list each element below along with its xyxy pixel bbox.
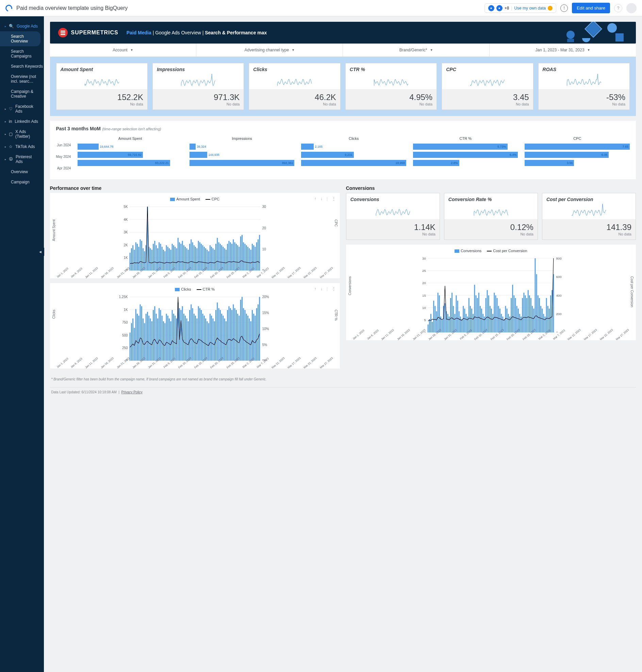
svg-rect-47 <box>171 244 172 271</box>
svg-text:200: 200 <box>556 312 561 316</box>
svg-rect-240 <box>437 293 438 333</box>
filter-channel[interactable]: Advertising channel type▼ <box>196 43 343 56</box>
svg-text:25: 25 <box>422 269 426 273</box>
svg-rect-198 <box>237 314 238 361</box>
more-icon[interactable]: ⋮ <box>332 286 336 291</box>
svg-rect-57 <box>186 248 187 271</box>
pin-icon: ⦿ <box>9 157 13 161</box>
svg-text:20: 20 <box>422 281 426 285</box>
svg-point-4 <box>607 23 617 33</box>
svg-rect-284 <box>499 309 500 333</box>
svg-rect-154 <box>173 314 174 361</box>
svg-rect-69 <box>204 247 204 271</box>
svg-rect-147 <box>163 321 164 361</box>
sidebar-item-pinterest-ads[interactable]: ▸⦿Pinterest Ads <box>0 152 44 167</box>
sort-desc-icon[interactable]: ↓ <box>321 286 322 291</box>
privacy-link[interactable]: Privacy Policy <box>121 390 143 394</box>
svg-rect-78 <box>217 238 218 271</box>
filter-date[interactable]: Jan 1, 2023 - Mar 31, 2023▼ <box>490 43 636 56</box>
collapse-sidebar-button[interactable]: ◄ <box>37 248 44 256</box>
svg-rect-139 <box>151 321 152 361</box>
sidebar-sub-campaign[interactable]: Campaign <box>0 177 44 187</box>
svg-text:5%: 5% <box>262 343 267 347</box>
svg-rect-294 <box>513 295 514 333</box>
sidebar-sub-search-campaigns[interactable]: Search Campaigns <box>0 46 44 61</box>
svg-rect-312 <box>539 298 540 333</box>
svg-rect-159 <box>180 310 181 361</box>
svg-rect-83 <box>224 248 225 271</box>
filter-account[interactable]: Account▼ <box>50 43 197 56</box>
svg-rect-148 <box>164 323 165 361</box>
svg-text:750: 750 <box>122 321 128 324</box>
svg-rect-140 <box>153 310 154 361</box>
sidebar-sub-campaign-creative[interactable]: Campaign & Creative <box>0 87 44 101</box>
sort-asc-icon[interactable]: ↑ <box>314 286 317 291</box>
svg-rect-33 <box>151 250 152 271</box>
svg-rect-34 <box>153 244 154 271</box>
sidebar-sub-search-keywords[interactable]: Search Keywords <box>0 61 44 72</box>
svg-rect-146 <box>161 316 162 361</box>
svg-rect-101 <box>250 250 251 271</box>
svg-rect-141 <box>154 306 155 361</box>
svg-rect-66 <box>199 242 200 271</box>
chart-clicks-ctr: ↑ ↓ | ⋮ ClicksCTR % Clicks CTR % 0250500… <box>50 283 340 369</box>
svg-rect-257 <box>461 319 462 333</box>
kpi-roas: ROAS -53%No data <box>538 63 630 110</box>
svg-rect-73 <box>209 245 210 271</box>
svg-text:10: 10 <box>262 247 266 251</box>
svg-rect-296 <box>516 306 517 333</box>
supermetrics-icon <box>58 28 68 37</box>
sidebar-sub-search-overview[interactable]: Search Overview <box>0 31 40 46</box>
page-title: Paid media overview template using BigQu… <box>16 5 128 11</box>
svg-rect-164 <box>188 321 189 361</box>
use-own-data-link[interactable]: Use my own data <box>514 6 546 11</box>
svg-rect-176 <box>205 319 206 361</box>
svg-rect-23 <box>137 244 138 271</box>
svg-rect-88 <box>231 244 232 271</box>
footnote: * Brand/Generic filter has been build fr… <box>50 373 636 385</box>
svg-rect-254 <box>457 301 458 333</box>
info-icon[interactable]: ! <box>560 4 568 12</box>
svg-rect-271 <box>481 309 482 333</box>
svg-rect-171 <box>198 306 199 361</box>
chart-spend-cpc: ↑ ↓ | ⋮ Amount SpentCPC Amount Spent CPC… <box>50 193 340 278</box>
svg-rect-195 <box>233 305 234 361</box>
svg-rect-188 <box>222 316 223 361</box>
svg-rect-233 <box>427 325 428 333</box>
sidebar-item-x-ads-twitter-[interactable]: ▸▢X Ads (Twitter) <box>0 127 44 142</box>
svg-rect-133 <box>143 319 144 361</box>
svg-rect-274 <box>485 298 486 333</box>
sidebar-item-google-ads[interactable]: ▸🔍Google Ads <box>0 21 44 31</box>
avatar[interactable] <box>626 3 637 13</box>
svg-text:20%: 20% <box>262 295 269 299</box>
svg-rect-37 <box>157 248 158 271</box>
share-badge-group[interactable]: ● ● +8 | Use my own data <box>485 3 556 13</box>
svg-rect-179 <box>209 314 210 361</box>
perf-title: Performance over time <box>50 185 340 191</box>
sort-asc-icon[interactable]: ↑ <box>314 196 317 201</box>
sidebar-item-facebook-ads[interactable]: ▸♡Facebook Ads <box>0 101 44 116</box>
edit-share-button[interactable]: Edit and share <box>572 3 610 13</box>
svg-text:500: 500 <box>122 334 128 337</box>
svg-rect-172 <box>199 308 200 361</box>
filter-brand[interactable]: Brand/Generic*▼ <box>343 43 490 56</box>
svg-rect-167 <box>192 308 193 361</box>
sidebar-sub-overview-not-incl-searc-[interactable]: Overview (not incl. searc… <box>0 72 44 87</box>
svg-rect-134 <box>144 323 145 361</box>
svg-text:10: 10 <box>422 306 426 310</box>
sort-desc-icon[interactable]: ↓ <box>321 196 322 201</box>
more-icon[interactable]: ⋮ <box>332 196 336 201</box>
help-icon[interactable]: ? <box>614 4 622 12</box>
sidebar-item-linkedin-ads[interactable]: ▸inLinkedIn Ads <box>0 116 44 127</box>
mom-col-cpc: CPC7.656.053.56 <box>525 137 630 175</box>
svg-text:4K: 4K <box>124 218 128 221</box>
svg-rect-84 <box>225 250 226 271</box>
svg-rect-194 <box>231 310 232 361</box>
kpi-strip: Amount Spent 152.2KNo data Impressions 9… <box>50 57 636 116</box>
svg-rect-315 <box>543 314 544 333</box>
sidebar-item-tiktok-ads[interactable]: ▸☆TikTok Ads <box>0 142 44 152</box>
svg-rect-248 <box>449 316 450 333</box>
sidebar-sub-overview[interactable]: Overview <box>0 167 44 177</box>
x-icon: ▢ <box>9 132 13 137</box>
svg-rect-206 <box>249 319 250 361</box>
